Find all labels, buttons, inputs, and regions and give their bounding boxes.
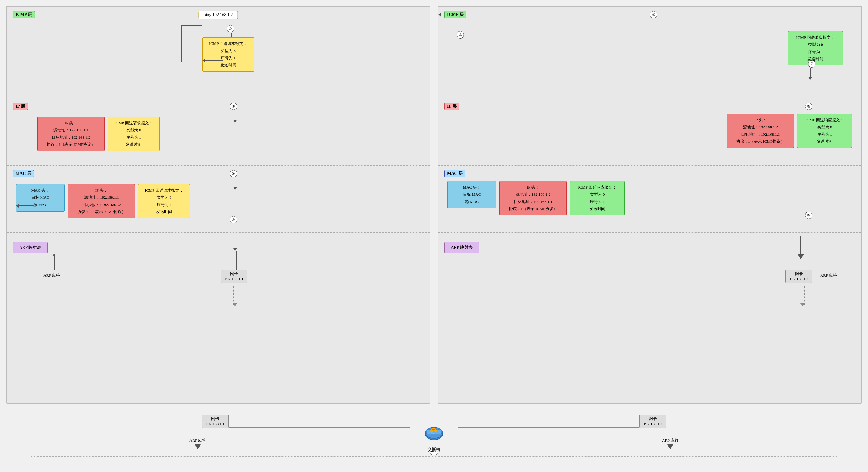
left-nic-label-bottom: 网卡192.168.1.1 [202,415,228,428]
left-icmp-layer-label: ICMP 层 [13,11,35,18]
left-arp-reply: ARP 应答 [43,273,60,278]
left-mac-layer-label: MAC 层 [13,170,34,177]
left-ip-layer-label: IP 层 [13,103,28,110]
left-ip-header-copy: IP 头： 源地址：192.168.1.1 目标地址：192.168.1.2 协… [68,184,135,218]
left-icmp-request-box: ICMP 回送请求报文： 类型为 8 序号为 1 发送时间 [202,37,254,71]
ping-command: ping 192.168.1.2 [199,11,238,19]
step-2-circle: ② [230,103,237,110]
right-icmp-resp-copy2: ICMP 回送响应报文： 类型为 0 序号为 1 发送时间 [570,181,625,215]
right-mac-header-box: MAC 头： 目标 MAC 源 MAC [447,181,496,208]
step-1-circle: ① [227,25,234,32]
right-ip-header-copy: IP 头： 源地址：192.168.1.2 目标地址：192.168.1.1 协… [499,181,567,215]
step-4-circle: ④ [230,216,237,224]
step-3-circle: ③ [230,170,237,177]
left-arp-table: ARP 映射表 [13,242,48,253]
step-6-circle: ⑥ [650,11,657,18]
right-arp-reply: ARP 应答 [820,273,837,278]
step-9-circle: ⑨ [805,211,812,219]
left-icmp-req-copy: ICMP 回送请求报文： 类型为 8 序号为 1 发送时间 [107,117,159,151]
right-icmp-resp-copy: ICMP 回送响应报文： 类型为 0 序号为 1 发送时间 [797,114,852,148]
left-icmp-req-copy2: ICMP 回送请求报文： 类型为 8 序号为 1 发送时间 [138,184,190,218]
right-nic: 网卡 192.168.1.2 [785,270,812,283]
right-mac-layer-label: MAC 层 [444,170,465,177]
right-ip-header-box: IP 头： 源地址：192.168.1.2 目标地址：192.168.1.1 协… [727,114,794,148]
switch-label: 交换机 [428,447,440,452]
right-arp-table: ARP 映射表 [444,242,479,253]
right-nic-label-bottom: 网卡192.168.1.2 [640,415,666,428]
step-8-circle: ⑧ [805,103,812,110]
right-ip-layer-label: IP 层 [444,103,459,110]
left-nic: 网卡 192.168.1.1 [221,270,248,283]
left-ip-header-box: IP 头： 源地址：192.168.1.1 目标地址：192.168.1.2 协… [37,117,104,151]
step-7-circle: ⑦ [808,60,815,67]
right-icmp-response-box: ICMP 回送响应报文： 类型为 0 序号为 1 发送时间 [788,31,843,65]
step-5-circle: ⑤ [457,31,464,38]
